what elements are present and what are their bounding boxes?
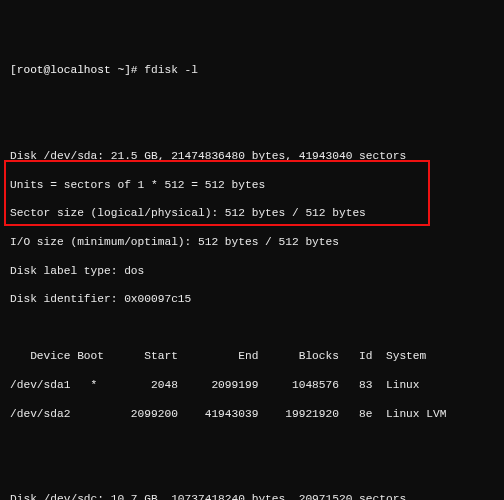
partition-row: /dev/sda2 2099200 41943039 19921920 8e L… <box>10 407 494 421</box>
disk-sector-size: Sector size (logical/physical): 512 byte… <box>10 206 494 220</box>
disk-io-size: I/O size (minimum/optimal): 512 bytes / … <box>10 235 494 249</box>
disk-header: Disk /dev/sdc: 10.7 GB, 10737418240 byte… <box>10 492 494 500</box>
blank-line <box>10 435 494 449</box>
partition-row: /dev/sda1 * 2048 2099199 1048576 83 Linu… <box>10 378 494 392</box>
blank-line <box>10 92 494 106</box>
terminal[interactable]: { "prompt": { "user_host": "[root@localh… <box>0 0 504 500</box>
disk-identifier: Disk identifier: 0x00097c15 <box>10 292 494 306</box>
prompt-user-host: [root@localhost ~]# <box>10 64 138 76</box>
prompt-line: [root@localhost ~]# fdisk -l <box>10 63 494 77</box>
disk-label-type: Disk label type: dos <box>10 264 494 278</box>
blank-line <box>10 321 494 335</box>
disk-units: Units = sectors of 1 * 512 = 512 bytes <box>10 178 494 192</box>
command-text: fdisk -l <box>144 64 198 76</box>
partition-table-header: Device Boot Start End Blocks Id System <box>10 349 494 363</box>
disk-header: Disk /dev/sda: 21.5 GB, 21474836480 byte… <box>10 149 494 163</box>
